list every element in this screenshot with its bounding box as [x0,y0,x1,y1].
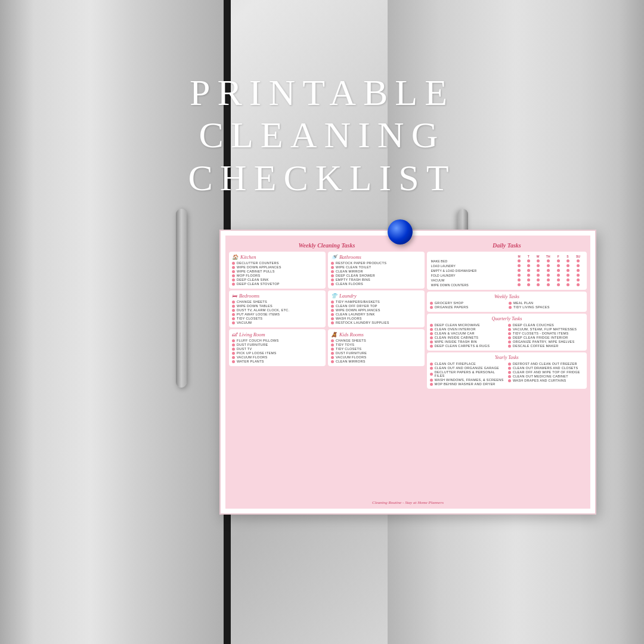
task-dot [430,340,433,343]
task-dot [232,278,235,281]
task-label: GROCERY SHOP [435,301,463,305]
task-dot [331,262,334,265]
daily-circle [566,283,569,286]
task-item: DEEP CLEAN CARPETS & RUGS [430,344,506,348]
task-item: WASH WINDOWS, FRAMES, & SCREENS [430,378,506,382]
task-dot [232,352,235,355]
task-label: WASH FLOORS [336,317,362,320]
task-label: CLEAN OUT MEDICINE CABINET [513,374,568,378]
task-item: CLEAR OFF AND WIPE TOP OF FRIDGE [508,370,584,374]
daily-circle-cell [543,283,554,287]
daily-circle-cell [515,278,524,283]
task-item: VACUUM, STEAM, FLIP MATTRESSES [508,327,584,331]
living-tasks: FLUFF COUCH PILLOWSDUST FURNITUREDUST TV… [232,339,323,363]
task-label: TIDY CLOSETS [237,317,262,320]
task-dot [232,356,235,359]
daily-circle [547,269,550,272]
task-dot [331,305,334,308]
task-item: PICK UP LOOSE ITEMS [232,351,323,355]
task-item: DEEP CLEAN SHOWER [331,274,422,277]
task-label: DESCALE COFFEE MAKER [513,344,559,348]
title-area: PRINTABLE CLEANING CHECKLIST [0,72,644,199]
task-item: CLEAN INSIDE CABINETS [430,336,506,339]
task-label: DEEP CLEAN MICROWAVE [435,323,480,327]
task-dot [508,332,511,335]
task-item: DEEP CLEAN MICROWAVE [430,323,506,327]
daily-circle-cell [524,278,533,283]
daily-circle [577,259,580,262]
task-dot [430,302,433,305]
task-dot [331,356,334,359]
task-label: RESTOCK PAPER PRODUCTS [336,261,386,265]
task-label: WIPE INSIDE TRASH BIN [435,340,477,343]
task-item: WIPE DOWN APPLIANCES [331,308,422,312]
yearly-col2: DEFROST AND CLEAN OUT FREEZERCLEAN OUT D… [508,362,584,386]
task-label: TIDY CLOSETS [336,347,361,351]
daily-circle-cell [572,259,584,264]
task-item: CLEAN FLOORS [331,282,422,286]
task-item: FLUFF COUCH PILLOWS [232,339,323,342]
daily-circle-cell [515,259,524,264]
task-label: WASH DRAPES AND CURTAINS [513,379,566,382]
daily-circle-cell [563,273,572,278]
task-dot [508,371,511,374]
quarterly-body: DEEP CLEAN MICROWAVECLEAN OVEN INTERIORC… [430,323,584,348]
task-label: TIDY CLOSETS - DONATE ITEMS [513,332,568,335]
task-dot [508,367,511,370]
daily-circle-cell [563,283,572,287]
daily-circle [557,283,560,286]
laundry-section: 👕 Laundry TIDY HAMPERS/BASKETSCLEAN OFF … [328,290,425,327]
daily-task-label: FOLD LAUNDRY [430,273,515,278]
bathroom-icon: 🚿 [331,254,338,260]
living-kids-row: 🛋 Living Room FLUFF COUCH PILLOWSDUST FU… [229,329,425,366]
daily-circle-cell [533,268,543,273]
checklist-paper: Weekly Cleaning Tasks Daily Tasks 🏠 [219,230,596,515]
task-dot [430,336,433,339]
task-item: CHANGE SHEETS [232,300,323,304]
daily-circle [566,274,569,277]
daily-tasks-header: Daily Tasks [493,242,521,249]
daily-task-row: FOLD LAUNDRY [430,273,584,278]
task-dot [232,266,235,269]
daily-task-row: LOAD LAUNDRY [430,264,584,268]
task-label: EMPTY TRASH BINS [336,278,370,281]
daily-circle [547,278,550,281]
daily-circle [547,283,550,286]
task-label: WIPE CABINET PULLS [237,270,275,273]
laundry-tasks: TIDY HAMPERS/BASKETSCLEAN OFF DRYER TOPW… [331,300,422,324]
weekly-tasks-section: Weekly Tasks GROCERY SHOPORGANIZE PAPERS… [427,292,587,312]
task-label: TIDY TOYS [336,343,354,346]
task-label: DEEP CLEAN FRIDGE INTERIOR [513,336,568,339]
weekly-col1: GROCERY SHOPORGANIZE PAPERS [430,301,505,309]
title-line3: CHECKLIST [0,157,644,199]
daily-circle [577,264,580,267]
daily-circle-cell [572,278,584,283]
daily-circle [527,264,530,267]
task-item: TIDY HAMPERS/BASKETS [331,300,422,304]
task-item: DEEP CLEAN SINK [232,278,323,281]
task-dot [331,270,334,273]
daily-circle [557,278,560,281]
task-label: TIDY HAMPERS/BASKETS [336,300,380,304]
task-item: VACUUM [232,321,323,324]
daily-task-row: MAKE BED [430,259,584,264]
living-room-section: 🛋 Living Room FLUFF COUCH PILLOWSDUST FU… [229,329,326,366]
task-label: DECLUTTER PAPERS & PERSONAL FILES [435,370,506,377]
daily-tasks-section: MTWTHFSSU MAKE BEDLOAD LAUNDRYEMPTY & LO… [427,252,587,290]
bathrooms-weekly-title: Bathrooms [339,254,361,260]
task-label: DEEP CLEAN SINK [237,278,269,281]
daily-circle [557,264,560,267]
daily-circle-cell [524,259,533,264]
task-label: FLUFF COUCH PILLOWS [237,339,278,342]
task-item: DEEP CLEAN COUCHES [508,323,584,327]
fridge-handle-left [176,209,187,388]
task-label: CLEAN MIRROR [336,270,363,273]
task-label: CLEAN & VACUUM CAR [435,332,475,335]
daily-circle-cell [515,283,524,287]
checklist-body: 🏠 Kitchen DECLUTTER COUNTERSWIPE DOWN AP… [229,252,587,499]
task-dot [430,363,433,366]
daily-circle-cell [553,278,563,283]
daily-circle [518,269,521,272]
task-item: TIDY CLOSETS - DONATE ITEMS [508,332,584,335]
daily-task-label: MAKE BED [430,259,515,264]
